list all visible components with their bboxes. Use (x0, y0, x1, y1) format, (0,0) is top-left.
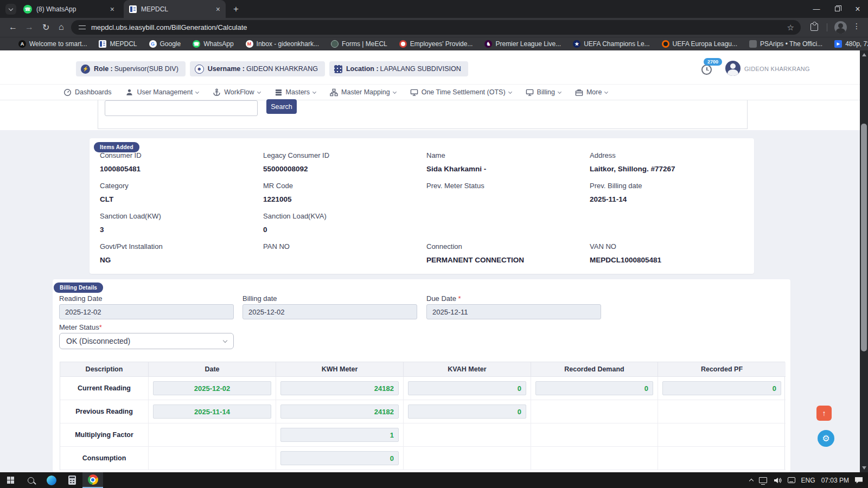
close-tab-icon[interactable]: × (110, 5, 114, 13)
current-demand-input[interactable] (535, 381, 653, 395)
bookmark-item[interactable]: ★UEFA Champions Le... (573, 40, 649, 48)
forward-button[interactable]: → (25, 22, 34, 32)
mepdcl-favicon (99, 40, 106, 48)
speaker-icon[interactable] (773, 477, 782, 484)
search-card: Search (98, 100, 748, 129)
previous-kvah-input[interactable] (408, 404, 526, 419)
billing-date-input[interactable] (242, 304, 417, 319)
table-cell (149, 400, 276, 423)
action-center-icon[interactable] (855, 477, 863, 484)
chrome-icon (88, 474, 98, 485)
nav-master-mapping[interactable]: Master Mapping (330, 88, 396, 97)
table-cell (531, 400, 658, 423)
consumer-field: AddressLaitkor, Shillong. #77267 (590, 151, 749, 182)
bookmark-item[interactable]: MEPDCL (99, 40, 137, 48)
browser-profile-avatar[interactable] (834, 21, 847, 34)
row-label: Consumption (60, 447, 149, 470)
consumption-input[interactable] (280, 451, 399, 465)
reload-button[interactable]: ↻ (42, 22, 49, 33)
reading-date-input[interactable] (59, 304, 234, 319)
taskbar-search-button[interactable] (21, 472, 41, 488)
back-button[interactable]: ← (9, 22, 17, 32)
whatsapp-icon: ☎ (193, 40, 200, 48)
language-indicator[interactable]: ENG (801, 477, 815, 484)
nav-workflow[interactable]: WorkFlow (213, 88, 260, 97)
browser-menu-icon[interactable]: ⋮ (853, 22, 860, 30)
bookmark-item[interactable]: Employees' Provide... (399, 40, 473, 48)
bookmark-item[interactable]: Forms | MeECL (331, 40, 387, 48)
edge-icon (47, 476, 56, 485)
nav-user-management[interactable]: User Management (125, 88, 199, 97)
current-pf-input[interactable] (662, 381, 781, 395)
start-button[interactable] (0, 472, 21, 488)
calculator-icon (68, 476, 76, 485)
tab-whatsapp[interactable]: ☎ (8) WhatsApp × (18, 0, 120, 18)
bookmark-item[interactable]: PSArips • The Offici... (749, 40, 822, 48)
tab-search-chevron-button[interactable] (5, 4, 16, 15)
consumer-field: Govt/Pvt InstallationNG (100, 242, 263, 273)
nav-dashboards[interactable]: Dashboards (63, 88, 111, 97)
chevron-down-icon (508, 89, 512, 93)
bookmark-item[interactable]: ♞Premier League Live... (484, 40, 561, 48)
scrollbar-down-arrow[interactable] (862, 466, 866, 470)
meter-status-select[interactable]: OK (Disconnected) (59, 333, 234, 349)
bookmark-item[interactable]: ☎WhatsApp (193, 40, 233, 48)
close-window-button[interactable]: × (847, 4, 868, 14)
home-button[interactable]: ⌂ (59, 22, 64, 32)
scrollbar-thumb[interactable] (861, 124, 867, 351)
clock-icon[interactable] (701, 65, 712, 75)
username-badge: ☻ Username :GIDEON KHARKRANG (190, 61, 325, 76)
row-label: Multiplying Factor (60, 423, 149, 447)
chevron-down-icon (604, 89, 608, 93)
multiplying-factor-input[interactable] (280, 428, 399, 442)
bookmark-item[interactable]: MInbox - gideonkhark... (246, 40, 319, 48)
taskbar-chrome-button[interactable] (82, 472, 103, 488)
main-nav: Dashboards User Management WorkFlow Mast… (0, 84, 868, 100)
previous-kwh-input[interactable] (280, 404, 399, 419)
scroll-to-top-button[interactable]: ↑ (816, 406, 832, 421)
hidden-icons-chevron[interactable] (749, 479, 753, 483)
restore-button[interactable] (827, 5, 847, 13)
bookmark-item[interactable]: UEFA Europa Leagu... (662, 40, 737, 48)
network-icon[interactable] (759, 477, 767, 483)
nav-ots[interactable]: One Time Settlement (OTS) (410, 88, 512, 97)
nav-billing[interactable]: Billing (526, 88, 561, 97)
gmail-icon: M (246, 40, 253, 48)
taskbar-edge-button[interactable] (41, 472, 62, 488)
consumer-fields-grid: Consumer ID1000805481 Legacy Consumer ID… (100, 151, 749, 273)
taskbar-calculator-button[interactable] (62, 472, 82, 488)
page-scrollbar[interactable] (860, 50, 868, 472)
profile-name[interactable]: GIDEON KHARKRANG (744, 66, 810, 72)
settings-fab[interactable]: ⚙ (818, 430, 834, 447)
col-header: Recorded Demand (531, 362, 658, 377)
psarips-icon (749, 40, 757, 48)
minimize-button[interactable]: — (806, 5, 827, 13)
address-bar[interactable]: mepdcl.ubs.ieasybill.com/BillGeneration/… (71, 20, 801, 35)
clock-time[interactable]: 07:03 PM (821, 477, 849, 484)
new-tab-button[interactable]: + (230, 3, 242, 15)
consumer-search-input[interactable] (105, 100, 258, 116)
touch-keyboard-icon[interactable] (788, 477, 795, 483)
ucl-icon: ★ (573, 40, 580, 48)
extensions-icon[interactable] (810, 23, 818, 31)
current-reading-date-input[interactable] (153, 381, 271, 395)
previous-reading-date-input[interactable] (153, 404, 271, 419)
nav-masters[interactable]: Masters (275, 88, 316, 97)
table-cell (149, 423, 276, 447)
bookmark-item[interactable]: GGoogle (149, 40, 181, 48)
user-avatar[interactable] (725, 61, 741, 76)
bookmark-item[interactable]: ▶480p, 720p, & 1080... (834, 40, 868, 48)
tab-mepdcl[interactable]: MEPDCL × (124, 0, 226, 18)
due-date-input[interactable] (426, 304, 601, 319)
bookmark-item[interactable]: AWelcome to smart... (18, 40, 87, 48)
site-info-icon[interactable] (79, 25, 86, 30)
current-kvah-input[interactable] (408, 381, 526, 395)
nav-more[interactable]: More (575, 88, 608, 97)
search-button[interactable]: Search (266, 99, 297, 114)
scrollbar-up-arrow[interactable] (862, 53, 866, 56)
table-cell (149, 377, 276, 400)
search-icon (28, 477, 34, 484)
current-kwh-input[interactable] (280, 381, 399, 395)
bookmark-star-icon[interactable]: ☆ (787, 23, 794, 33)
close-tab-icon[interactable]: × (216, 5, 220, 13)
